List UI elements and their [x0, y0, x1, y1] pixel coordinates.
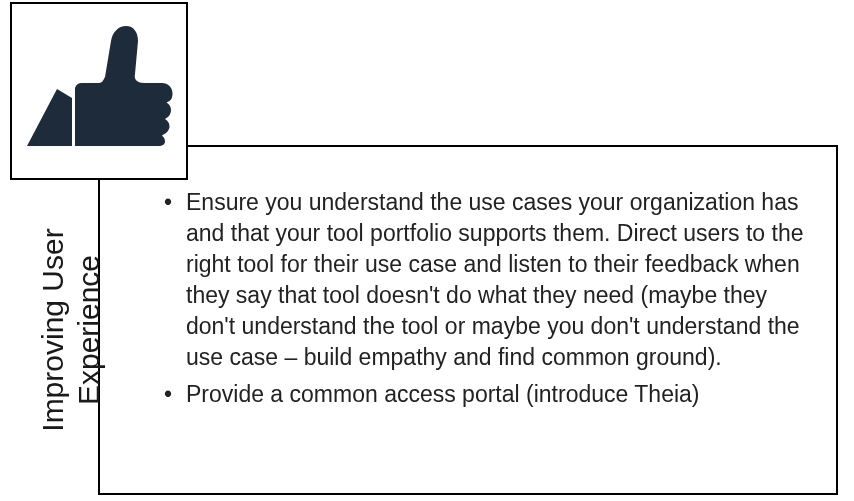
list-item: Ensure you understand the use cases your… — [164, 187, 812, 373]
bullet-text: Provide a common access portal (introduc… — [186, 381, 699, 407]
bullet-list: Ensure you understand the use cases your… — [164, 187, 812, 410]
icon-box — [10, 2, 188, 180]
section-title: Improving User Experience — [35, 185, 107, 475]
content-box: Ensure you understand the use cases your… — [98, 145, 838, 495]
thumbs-up-icon — [24, 14, 174, 168]
list-item: Provide a common access portal (introduc… — [164, 379, 812, 410]
bullet-text: Ensure you understand the use cases your… — [186, 189, 804, 370]
